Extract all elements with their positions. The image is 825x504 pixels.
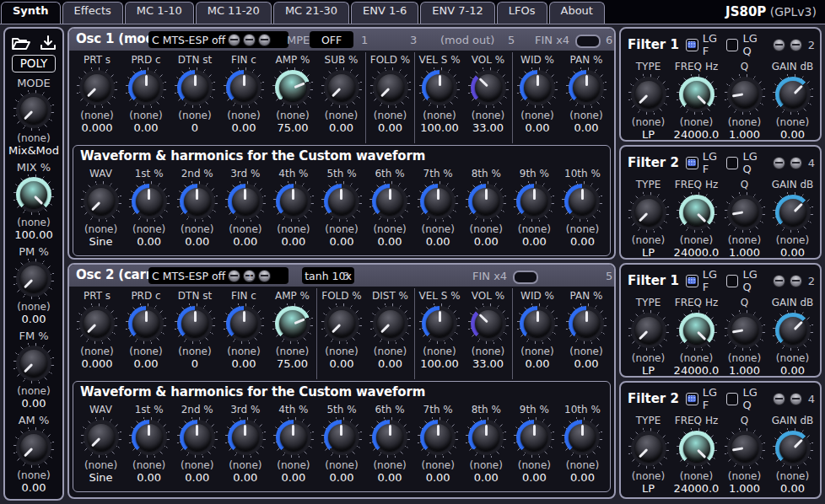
knob-osc1-wave-8th[interactable] (466, 181, 506, 222)
knob-osc2-vol[interactable] (468, 303, 509, 344)
poly-mode-button[interactable]: POLY (12, 55, 57, 72)
knob-osc2-wave-6th[interactable] (369, 417, 410, 458)
knob-osc1-filter2-freq-hz[interactable] (677, 192, 717, 233)
knob-osc1-fold[interactable] (370, 67, 411, 108)
osc1-filter2-log-q-checkbox[interactable] (726, 157, 739, 169)
knob-osc1-wave-5th[interactable] (321, 181, 362, 222)
knob-sidebar-pm[interactable] (13, 259, 54, 299)
osc2-filter2-button-icon[interactable] (773, 393, 785, 405)
tab-env-7-12[interactable]: ENV 7-12 (420, 2, 494, 24)
open-folder-icon[interactable] (11, 35, 31, 51)
knob-osc2-wave-5th[interactable] (321, 417, 362, 458)
tab-effects[interactable]: Effects (62, 2, 123, 24)
knob-sidebar-mode[interactable] (13, 90, 54, 131)
osc1-filter2-button-icon[interactable] (790, 157, 802, 169)
knob-osc1-dtn-st[interactable] (175, 67, 215, 108)
knob-osc1-wave-3rd[interactable] (225, 181, 266, 222)
knob-osc2-vel-s[interactable] (419, 303, 460, 344)
knob-osc1-filter2-type[interactable] (628, 192, 669, 233)
osc2-filter1-log-q-checkbox[interactable] (726, 275, 739, 287)
knob-osc2-filter2-freq-hz[interactable] (677, 428, 717, 469)
knob-osc2-filter2-gain-db[interactable] (773, 428, 813, 469)
osc1-filter1-button-icon[interactable] (773, 39, 785, 51)
knob-osc1-prt-s[interactable] (77, 67, 117, 108)
osc2-filter2-log-freq-checkbox[interactable] (686, 393, 698, 405)
knob-osc2-wave-3rd[interactable] (225, 417, 266, 458)
knob-osc2-filter1-type[interactable] (628, 310, 669, 351)
knob-osc2-filter2-type[interactable] (628, 428, 669, 469)
osc2-header-mts-button-icon[interactable] (258, 270, 271, 282)
tab-env-1-6[interactable]: ENV 1-6 (351, 2, 418, 24)
osc2-filter1-button-icon[interactable] (790, 275, 802, 287)
knob-osc2-wave-2nd[interactable] (177, 417, 218, 458)
knob-osc2-wave-7th[interactable] (418, 417, 458, 458)
knob-sidebar-fm[interactable] (13, 343, 54, 383)
osc1-header-fin-x4-toggle[interactable] (575, 35, 601, 48)
osc1-filter1-button-icon[interactable] (790, 39, 802, 51)
tab-mc-21-30[interactable]: MC 21-30 (273, 2, 349, 24)
knob-osc1-wave-4th[interactable] (273, 181, 314, 222)
tab-mc-11-20[interactable]: MC 11-20 (196, 2, 272, 24)
osc1-filter2-button-icon[interactable] (773, 157, 785, 169)
knob-osc1-wave-6th[interactable] (369, 181, 410, 222)
knob-osc2-pan[interactable] (566, 303, 607, 344)
knob-osc2-filter2-q[interactable] (725, 428, 765, 469)
knob-osc2-filter1-gain-db[interactable] (773, 310, 813, 351)
tab-synth[interactable]: Synth (1, 2, 61, 24)
knob-osc2-filter1-freq-hz[interactable] (677, 310, 717, 351)
knob-osc1-wave-2nd[interactable] (177, 181, 218, 222)
osc2-filter2-log-q-checkbox[interactable] (726, 393, 739, 405)
knob-osc2-wid[interactable] (517, 303, 558, 344)
knob-osc1-fin-c[interactable] (224, 67, 264, 108)
knob-osc1-filter1-q[interactable] (725, 74, 765, 115)
osc1-header-mts-button-icon[interactable] (228, 34, 240, 46)
osc1-filter1-log-q-checkbox[interactable] (726, 39, 739, 51)
knob-osc2-dtn-st[interactable] (175, 303, 215, 344)
knob-osc2-wave-4th[interactable] (273, 417, 314, 458)
knob-osc1-filter2-gain-db[interactable] (773, 192, 813, 233)
knob-osc2-filter1-q[interactable] (725, 310, 765, 351)
knob-osc2-wave-wav[interactable] (81, 417, 121, 458)
tab-about[interactable]: About (549, 2, 605, 24)
tab-lfos[interactable]: LFOs (497, 2, 547, 24)
knob-osc1-filter1-freq-hz[interactable] (677, 74, 717, 115)
osc1-filter2-log-freq-checkbox[interactable] (686, 157, 698, 169)
osc2-header-fin-x4-toggle[interactable] (513, 271, 538, 284)
knob-osc2-prd-c[interactable] (126, 303, 166, 344)
osc1-header-mpe-toggle[interactable]: OFF (310, 31, 353, 48)
knob-osc1-vel-s[interactable] (419, 67, 460, 108)
knob-osc2-dist[interactable] (370, 303, 411, 344)
knob-osc1-wave-1st[interactable] (129, 181, 170, 222)
knob-osc1-wave-9th[interactable] (514, 181, 554, 222)
knob-sidebar-mix[interactable] (13, 174, 54, 215)
osc2-header-mts[interactable]: C MTS-ESP off (148, 267, 288, 284)
knob-osc2-wave-1st[interactable] (129, 417, 170, 458)
knob-osc2-wave-10th[interactable] (562, 417, 602, 458)
knob-osc1-filter1-type[interactable] (628, 74, 669, 115)
knob-osc2-fin-c[interactable] (224, 303, 264, 344)
knob-osc2-prt-s[interactable] (77, 303, 117, 344)
knob-osc1-sub[interactable] (321, 67, 362, 108)
knob-osc2-wave-9th[interactable] (514, 417, 554, 458)
knob-osc2-wave-8th[interactable] (466, 417, 506, 458)
knob-osc1-wave-7th[interactable] (418, 181, 458, 222)
osc1-filter1-log-freq-checkbox[interactable] (686, 39, 698, 51)
tab-mc-1-10[interactable]: MC 1-10 (125, 2, 194, 24)
knob-osc1-vol[interactable] (468, 67, 509, 108)
knob-osc1-wave-10th[interactable] (562, 181, 602, 222)
osc1-header-mts[interactable]: C MTS-ESP off (148, 31, 288, 48)
knob-osc1-wid[interactable] (517, 67, 558, 108)
knob-osc2-fold[interactable] (321, 303, 362, 344)
knob-osc1-pan[interactable] (566, 67, 607, 108)
knob-osc1-filter1-gain-db[interactable] (773, 74, 813, 115)
osc2-filter1-button-icon[interactable] (773, 275, 785, 287)
save-icon[interactable] (40, 35, 57, 51)
knob-sidebar-am[interactable] (13, 427, 54, 468)
knob-osc1-amp[interactable] (272, 67, 313, 108)
knob-osc1-wave-wav[interactable] (81, 181, 121, 222)
osc1-header-mts-button-icon[interactable] (243, 34, 256, 46)
osc2-filter1-log-freq-checkbox[interactable] (686, 275, 698, 287)
osc2-header-mts-button-icon[interactable] (228, 270, 240, 282)
knob-osc2-amp[interactable] (272, 303, 313, 344)
osc1-header-mts-button-icon[interactable] (258, 34, 271, 46)
